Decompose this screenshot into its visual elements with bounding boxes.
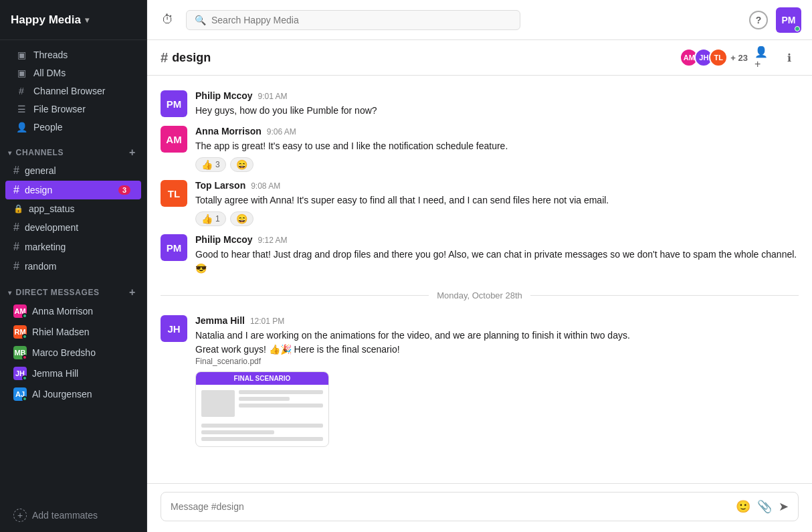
attachment-header-text: FINAL SCENARIO bbox=[196, 372, 328, 385]
nav-icon-file-browser: ☰ bbox=[16, 104, 27, 114]
sidebar-nav: ▣ Threads ▣ All DMs # Channel Browser ☰ … bbox=[0, 40, 146, 142]
content-msg3: Top Larson 9:08 AM Totally agree with An… bbox=[195, 180, 799, 226]
sidebar-item-all-dms[interactable]: ▣ All DMs bbox=[5, 64, 141, 82]
channels-collapse-icon: ▾ bbox=[8, 149, 12, 157]
date-divider-text: Monday, October 28th bbox=[437, 290, 522, 300]
channel-item-app_status[interactable]: 🔒 app_status bbox=[5, 200, 141, 217]
preview-line-2 bbox=[239, 397, 290, 401]
dm-avatar-wrap-marco-bredsho: MB bbox=[13, 346, 27, 359]
preview-block bbox=[201, 390, 235, 417]
date-divider: Monday, October 28th bbox=[161, 290, 799, 300]
emoji-button[interactable]: 🙂 bbox=[736, 499, 750, 514]
sidebar-item-people[interactable]: 👤 People bbox=[5, 118, 141, 136]
jemma-message-group: JH Jemma Hill 12:01 PM Natalia and I are… bbox=[161, 311, 799, 451]
member-count: + 23 bbox=[730, 53, 748, 63]
info-icon: ℹ bbox=[787, 52, 791, 64]
dm-item-jemma-hill[interactable]: JH Jemma Hill bbox=[5, 363, 141, 383]
attachment-button[interactable]: 📎 bbox=[757, 499, 772, 514]
nav-label-channel-browser: Channel Browser bbox=[33, 86, 105, 96]
preview-line-6 bbox=[201, 437, 323, 441]
dm-item-al-jourgensen[interactable]: AJ Al Jourgensen bbox=[5, 384, 141, 404]
message-input[interactable] bbox=[171, 501, 729, 512]
dm-status-marco-bredsho bbox=[22, 355, 27, 360]
channel-icon-marketing: # bbox=[13, 241, 19, 253]
sidebar-footer: + Add teammates bbox=[0, 504, 146, 532]
attachment-preview[interactable]: FINAL SCENARIO bbox=[195, 371, 329, 447]
avatar-msg1: PM bbox=[161, 90, 187, 117]
meta-msg3: Top Larson 9:08 AM bbox=[195, 180, 799, 191]
dm-item-rhiel-madsen[interactable]: RM Rhiel Madsen bbox=[5, 322, 141, 342]
dm-section: ▾ DIRECT MESSAGES + AM Anna Morrison RM … bbox=[0, 282, 146, 405]
profile-area[interactable]: PM bbox=[776, 7, 801, 33]
channel-name-app_status: app_status bbox=[29, 203, 75, 214]
channels-section-header[interactable]: ▾ CHANNELS + bbox=[0, 142, 146, 161]
author-msg3: Top Larson bbox=[195, 180, 245, 191]
nav-label-people: People bbox=[33, 122, 63, 132]
channel-actions: AM JH TL + 23 👤+ ℹ bbox=[680, 48, 799, 67]
send-button[interactable]: ➤ bbox=[779, 499, 789, 514]
dm-collapse-icon: ▾ bbox=[8, 289, 12, 296]
workspace-name[interactable]: Happy Media ▾ bbox=[11, 13, 89, 27]
reaction-msg2-1[interactable]: 😄 bbox=[230, 157, 253, 172]
main-content: ⏱ 🔍 ? PM # design AM JH TL + 23 👤+ bbox=[147, 0, 812, 532]
channel-item-random[interactable]: # random bbox=[5, 257, 141, 276]
text-msg1: Hey guys, how do you like Pumble for now… bbox=[195, 104, 799, 118]
channel-item-marketing[interactable]: # marketing bbox=[5, 238, 141, 256]
help-button[interactable]: ? bbox=[749, 11, 768, 29]
preview-line-4 bbox=[201, 424, 323, 428]
add-member-button[interactable]: 👤+ bbox=[754, 48, 773, 67]
dm-status-al-jourgensen bbox=[22, 396, 27, 402]
author-msg4: Philip Mccoy bbox=[195, 234, 253, 245]
author-msg1: Philip Mccoy bbox=[195, 90, 253, 101]
channels-label: CHANNELS bbox=[16, 148, 64, 157]
search-bar[interactable]: 🔍 bbox=[186, 10, 520, 30]
add-dm-button[interactable]: + bbox=[129, 287, 136, 298]
channel-header: # design AM JH TL + 23 👤+ ℹ bbox=[147, 40, 812, 76]
channels-list: # general # design 3 🔒 app_status # deve… bbox=[0, 161, 146, 276]
nav-icon-threads: ▣ bbox=[16, 50, 27, 60]
channel-item-development[interactable]: # development bbox=[5, 218, 141, 237]
channel-item-design[interactable]: # design 3 bbox=[5, 181, 141, 199]
channel-name-design: design bbox=[25, 185, 52, 195]
sidebar-item-channel-browser[interactable]: # Channel Browser bbox=[5, 82, 141, 100]
dm-item-marco-bredsho[interactable]: MB Marco Bredsho bbox=[5, 343, 141, 363]
dm-item-anna-morrison[interactable]: AM Anna Morrison bbox=[5, 301, 141, 321]
attachment-body bbox=[196, 385, 328, 446]
jemma-text-line1: Natalia and I are working on the animati… bbox=[195, 329, 799, 343]
dm-status-jemma-hill bbox=[22, 375, 27, 381]
channel-icon-random: # bbox=[13, 260, 19, 272]
preview-bottom-lines bbox=[201, 424, 323, 441]
reaction-msg3-0[interactable]: 👍1 bbox=[195, 211, 226, 226]
avatar-msg3: TL bbox=[161, 180, 187, 207]
add-channel-button[interactable]: + bbox=[129, 147, 136, 158]
nav-label-threads: Threads bbox=[33, 50, 68, 60]
reaction-msg3-1[interactable]: 😄 bbox=[230, 211, 253, 226]
reactions-msg2: 👍3😄 bbox=[195, 157, 799, 172]
channel-info-button[interactable]: ℹ bbox=[780, 48, 799, 67]
reaction-msg2-0[interactable]: 👍3 bbox=[195, 157, 226, 172]
history-button[interactable]: ⏱ bbox=[158, 9, 178, 31]
nav-items-container: ▣ Threads ▣ All DMs # Channel Browser ☰ … bbox=[0, 46, 146, 136]
add-teammates-button[interactable]: + Add teammates bbox=[5, 505, 141, 526]
dm-section-header[interactable]: ▾ DIRECT MESSAGES + bbox=[0, 282, 146, 300]
sidebar-item-file-browser[interactable]: ☰ File Browser bbox=[5, 100, 141, 118]
channel-item-general[interactable]: # general bbox=[5, 161, 141, 180]
time-msg2: 9:06 AM bbox=[267, 127, 296, 137]
topbar: ⏱ 🔍 ? PM bbox=[147, 0, 812, 40]
jemma-avatar: JH bbox=[161, 315, 187, 342]
sidebar-item-threads[interactable]: ▣ Threads bbox=[5, 46, 141, 64]
jemma-time: 12:01 PM bbox=[250, 317, 284, 326]
avatar-msg2: AM bbox=[161, 126, 187, 153]
dm-name-marco-bredsho: Marco Bredsho bbox=[32, 347, 96, 358]
dm-name-jemma-hill: Jemma Hill bbox=[32, 368, 78, 379]
dm-avatar-wrap-anna-morrison: AM bbox=[13, 304, 27, 318]
dm-name-al-jourgensen: Al Jourgensen bbox=[32, 389, 92, 400]
message-input-wrap: 🙂 📎 ➤ bbox=[161, 492, 799, 521]
channel-name: design bbox=[172, 51, 211, 65]
attachment-label: Final_scenario.pdf bbox=[195, 357, 799, 366]
preview-row bbox=[201, 390, 323, 417]
channel-name-random: random bbox=[25, 261, 56, 272]
channel-badge-design: 3 bbox=[118, 185, 130, 195]
content-msg1: Philip Mccoy 9:01 AM Hey guys, how do yo… bbox=[195, 90, 799, 118]
search-input[interactable] bbox=[211, 15, 512, 25]
